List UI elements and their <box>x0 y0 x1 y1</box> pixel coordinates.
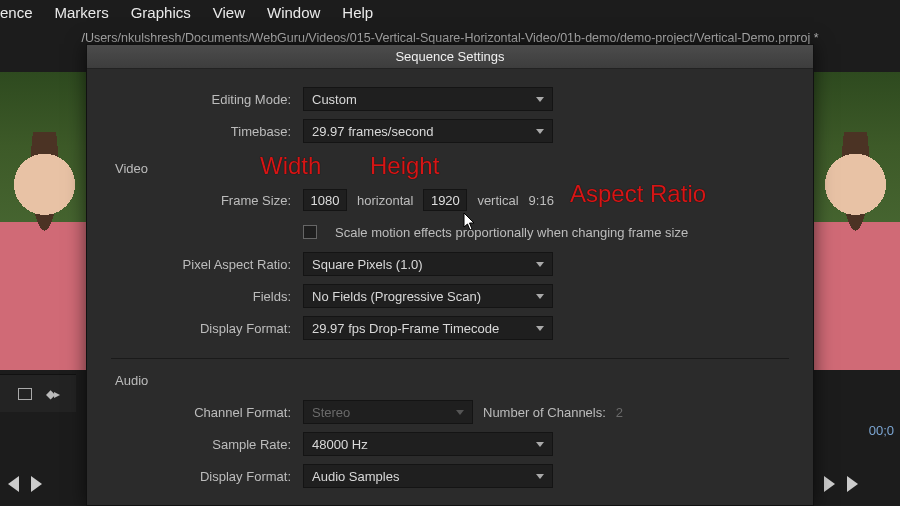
menu-item[interactable]: View <box>213 4 245 21</box>
par-label: Pixel Aspect Ratio: <box>111 257 291 272</box>
audio-display-format-label: Display Format: <box>111 469 291 484</box>
timebase-select[interactable]: 29.97 frames/second <box>303 119 553 143</box>
annotation-height: Height <box>370 152 439 180</box>
preview-left <box>0 72 90 370</box>
divider <box>111 358 789 359</box>
audio-section: Audio <box>115 373 789 388</box>
sample-rate-label: Sample Rate: <box>111 437 291 452</box>
menu-item[interactable]: Window <box>267 4 320 21</box>
sample-rate-value: 48000 Hz <box>312 437 368 452</box>
dialog-title[interactable]: Sequence Settings <box>87 45 813 69</box>
menu-item[interactable]: Help <box>342 4 373 21</box>
timebase-value: 29.97 frames/second <box>312 124 433 139</box>
frame-width-input[interactable]: 1080 <box>303 189 347 211</box>
chevron-down-icon <box>536 97 544 102</box>
chevron-down-icon <box>536 442 544 447</box>
step-fwd-button[interactable] <box>847 476 858 492</box>
chevron-down-icon <box>536 474 544 479</box>
sequence-settings-dialog: Sequence Settings Editing Mode: Custom T… <box>86 44 814 506</box>
display-format-label: Display Format: <box>111 321 291 336</box>
play-button[interactable] <box>824 476 835 492</box>
track-toolbar: ◆▸ <box>0 374 76 412</box>
fields-label: Fields: <box>111 289 291 304</box>
channel-format-select: Stereo <box>303 400 473 424</box>
frame-size-label: Frame Size: <box>111 193 291 208</box>
audio-display-format-select[interactable]: Audio Samples <box>303 464 553 488</box>
num-channels-value: 2 <box>616 405 623 420</box>
app-menubar: ence Markers Graphics View Window Help <box>0 0 900 29</box>
fields-select[interactable]: No Fields (Progressive Scan) <box>303 284 553 308</box>
editing-mode-label: Editing Mode: <box>111 92 291 107</box>
fields-value: No Fields (Progressive Scan) <box>312 289 481 304</box>
editing-mode-value: Custom <box>312 92 357 107</box>
chevron-down-icon <box>536 326 544 331</box>
chevron-down-icon <box>536 129 544 134</box>
aspect-ratio-value: 9:16 <box>529 193 554 208</box>
channel-format-label: Channel Format: <box>111 405 291 420</box>
vertical-label: vertical <box>477 193 518 208</box>
sample-rate-select[interactable]: 48000 Hz <box>303 432 553 456</box>
chevron-down-icon <box>536 262 544 267</box>
step-back-button[interactable] <box>8 476 19 492</box>
timecode: 00;0 <box>869 423 894 438</box>
annotation-width: Width <box>260 152 321 180</box>
annotation-aspect: Aspect Ratio <box>570 180 706 208</box>
chevron-down-icon <box>456 410 464 415</box>
channel-format-value: Stereo <box>312 405 350 420</box>
video-section: Video <box>115 161 789 176</box>
display-format-select[interactable]: 29.97 fps Drop-Frame Timecode <box>303 316 553 340</box>
audio-display-format-value: Audio Samples <box>312 469 399 484</box>
menu-item[interactable]: Graphics <box>131 4 191 21</box>
par-select[interactable]: Square Pixels (1.0) <box>303 252 553 276</box>
scale-effects-checkbox[interactable] <box>303 225 317 239</box>
scale-effects-label: Scale motion effects proportionally when… <box>335 225 688 240</box>
horizontal-label: horizontal <box>357 193 413 208</box>
keyframe-icon[interactable]: ◆▸ <box>46 387 59 401</box>
menu-item[interactable]: Markers <box>55 4 109 21</box>
preview-right <box>810 72 900 370</box>
chevron-down-icon <box>536 294 544 299</box>
par-value: Square Pixels (1.0) <box>312 257 423 272</box>
num-channels-label: Number of Channels: <box>483 405 606 420</box>
transport-left <box>8 476 42 492</box>
clip-icon[interactable] <box>18 388 32 400</box>
editing-mode-select[interactable]: Custom <box>303 87 553 111</box>
play-button[interactable] <box>31 476 42 492</box>
cursor-icon <box>463 212 477 232</box>
display-format-value: 29.97 fps Drop-Frame Timecode <box>312 321 499 336</box>
frame-height-input[interactable]: 1920 <box>423 189 467 211</box>
menu-item[interactable]: ence <box>0 4 33 21</box>
timebase-label: Timebase: <box>111 124 291 139</box>
